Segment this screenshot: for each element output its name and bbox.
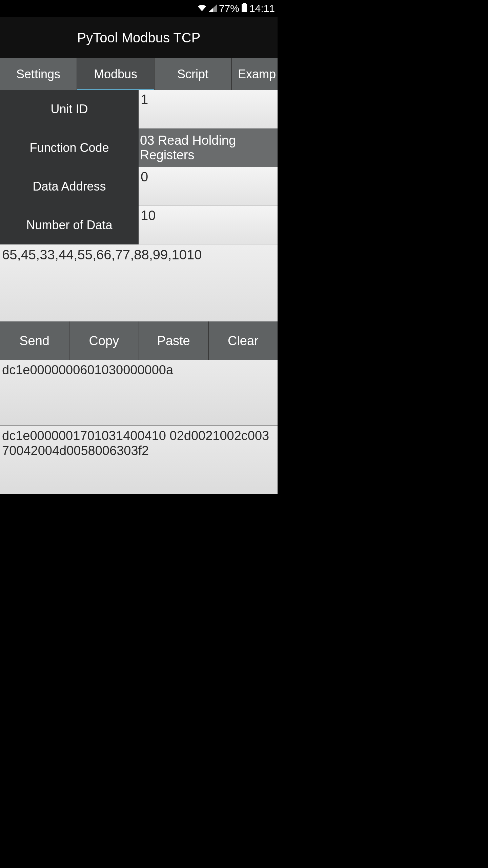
input-cell-data-address[interactable] (139, 167, 278, 206)
data-values-text: 65,45,33,44,55,66,77,88,99,1010 (2, 247, 202, 262)
wifi-icon (197, 3, 207, 14)
modbus-form: Unit ID Function Code 03 Read Holding Re… (0, 90, 278, 244)
response-hex-text: dc1e0000001701031400410 02d0021002c00370… (2, 429, 269, 458)
response-hex-area[interactable]: dc1e0000001701031400410 02d0021002c00370… (0, 426, 278, 494)
label-unit-id: Unit ID (0, 90, 139, 129)
request-hex-area[interactable]: dc1e0000000601030000000a (0, 360, 278, 426)
status-bar: 77% 14:11 (0, 0, 278, 17)
send-label: Send (19, 334, 49, 348)
input-cell-number-of-data[interactable] (139, 206, 278, 244)
paste-label: Paste (157, 334, 190, 348)
number-of-data-input[interactable] (141, 208, 276, 223)
row-data-address: Data Address (0, 167, 278, 206)
svg-rect-0 (243, 3, 246, 4)
function-code-value: 03 Read Holding Registers (140, 133, 278, 162)
clear-button[interactable]: Clear (209, 321, 278, 360)
tab-bar: Settings Modbus Script Examp (0, 58, 278, 90)
app-title: PyTool Modbus TCP (77, 30, 201, 45)
tab-label: Examp (238, 67, 276, 81)
screen-root: 77% 14:11 PyTool Modbus TCP Settings Mod… (0, 0, 278, 494)
paste-button[interactable]: Paste (139, 321, 209, 360)
unit-id-input[interactable] (141, 92, 276, 107)
tab-settings[interactable]: Settings (0, 58, 77, 90)
request-hex-text: dc1e0000000601030000000a (2, 363, 173, 377)
status-icons: 77% 14:11 (197, 3, 275, 15)
clear-label: Clear (228, 334, 259, 348)
data-values-area[interactable]: 65,45,33,44,55,66,77,88,99,1010 (0, 244, 278, 321)
svg-rect-1 (242, 4, 247, 12)
tab-label: Script (177, 67, 208, 81)
tab-example[interactable]: Examp (232, 58, 278, 90)
action-row: Send Copy Paste Clear (0, 321, 278, 360)
input-cell-unit-id[interactable] (139, 90, 278, 129)
send-button[interactable]: Send (0, 321, 69, 360)
row-unit-id: Unit ID (0, 90, 278, 129)
tab-label: Modbus (94, 67, 137, 81)
battery-icon (241, 3, 247, 15)
label-function-code: Function Code (0, 129, 139, 167)
function-code-select[interactable]: 03 Read Holding Registers (139, 129, 278, 167)
app-title-bar: PyTool Modbus TCP (0, 17, 278, 58)
tab-script[interactable]: Script (155, 58, 232, 90)
copy-button[interactable]: Copy (69, 321, 139, 360)
label-data-address: Data Address (0, 167, 139, 206)
clock-time: 14:11 (249, 3, 275, 14)
battery-percent: 77% (219, 3, 239, 14)
row-number-of-data: Number of Data (0, 206, 278, 244)
row-function-code: Function Code 03 Read Holding Registers (0, 129, 278, 167)
label-number-of-data: Number of Data (0, 206, 139, 244)
cell-signal-icon (209, 3, 217, 14)
data-address-input[interactable] (141, 169, 276, 184)
copy-label: Copy (89, 334, 119, 348)
tab-label: Settings (16, 67, 60, 81)
tab-modbus[interactable]: Modbus (77, 58, 155, 90)
